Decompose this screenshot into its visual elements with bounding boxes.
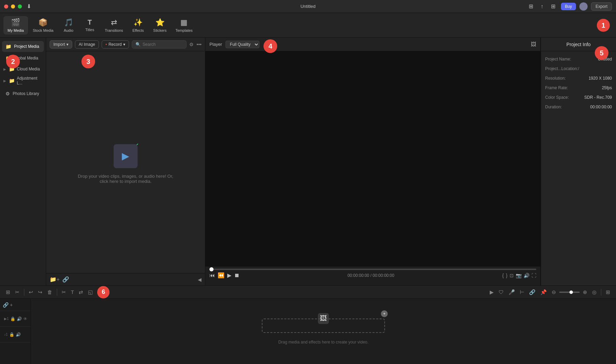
player-screen	[205, 51, 540, 266]
gear-icon: ⚙	[5, 91, 10, 96]
drop-zone[interactable]: ↙ ▶ Drop your video clips, images, or au…	[46, 51, 205, 273]
chevron-down-icon: ▾	[123, 42, 125, 47]
audio-icon[interactable]: 🔊	[17, 316, 22, 321]
search-input[interactable]	[143, 42, 183, 47]
progress-bar[interactable]	[209, 269, 536, 270]
eye-icon[interactable]: 👁	[23, 316, 27, 321]
export-button[interactable]: Export	[591, 2, 612, 11]
sidebar-item-adjustment[interactable]: ▶ 📁 Adjustment L...	[0, 74, 46, 87]
undo-button[interactable]: ↩	[27, 288, 35, 297]
mic-button[interactable]: 🎤	[507, 288, 517, 297]
timeline-content: 🔗 + ▶1 🔒 🔊 👁 ♪1 🔒 🔊	[0, 299, 616, 364]
left-bottom-bar: 📁+ 🔗 ◀	[46, 273, 205, 285]
step2-badge: 2	[6, 55, 20, 68]
timeline-drop-container: 🖼 + Drag media and effects here to creat…	[262, 319, 385, 345]
import-icon-btn[interactable]: ⬇	[25, 2, 33, 10]
redo-button[interactable]: ↪	[36, 288, 44, 297]
sidebar-item-photos-library[interactable]: ⚙ Photos Library	[2, 88, 44, 99]
ai-image-button[interactable]: AI Image	[75, 40, 99, 49]
mark-out-button[interactable]: }	[506, 273, 508, 278]
zoom-slider[interactable]	[559, 292, 580, 293]
stickers-tab[interactable]: ⭐ Stickers	[149, 16, 171, 35]
my-media-tab[interactable]: 🎬 My Media	[3, 16, 28, 35]
folder-link-button[interactable]: 🔗	[62, 276, 69, 283]
lock-icon[interactable]: 🔒	[9, 332, 14, 337]
play-button[interactable]: ▶	[227, 272, 231, 279]
delete-button[interactable]: 🗑	[46, 288, 54, 296]
new-folder-button[interactable]: 📁+	[50, 276, 60, 283]
select-tool-button[interactable]: ⊞	[4, 288, 12, 297]
sidebar-item-project-media[interactable]: 📁 Project Media	[2, 41, 44, 52]
fit-button[interactable]: ◎	[590, 288, 598, 297]
buy-button[interactable]: Buy	[561, 3, 576, 10]
step4-badge: 4	[264, 39, 277, 53]
composite-button[interactable]: ◱	[86, 288, 94, 297]
text-tool-button[interactable]: T	[69, 288, 76, 296]
sidebar: 2 📁 Project Media 📁 Global Media ▶ 📁 Clo…	[0, 38, 46, 285]
transitions-tab[interactable]: ⇄ Transitions	[101, 16, 127, 35]
lock-icon[interactable]: 🔒	[10, 316, 15, 321]
zoom-plus-button[interactable]: ⊕	[581, 288, 589, 297]
marker-button[interactable]: 📌	[539, 288, 549, 297]
more-button[interactable]: •••	[196, 42, 202, 47]
stop-button[interactable]: ⏹	[234, 272, 240, 279]
audio-tab[interactable]: 🎵 Audio	[58, 16, 79, 35]
audio-icon[interactable]: 🔊	[16, 332, 21, 337]
toolbar-divider	[24, 289, 24, 296]
maximize-button[interactable]	[18, 4, 22, 9]
track-controls: 🔗 + ▶1 🔒 🔊 👁 ♪1 🔒 🔊	[0, 299, 31, 364]
filter-button[interactable]: ⚙	[189, 42, 194, 47]
timeline-main[interactable]: 🖼 + Drag media and effects here to creat…	[31, 299, 616, 364]
drop-target[interactable]	[262, 319, 385, 333]
progress-thumb[interactable]	[209, 267, 214, 271]
skip-back-button[interactable]: ⏮	[209, 272, 215, 279]
collapse-panel-button[interactable]: ◀	[198, 277, 202, 282]
grid-view-button[interactable]: ⊞	[604, 288, 612, 297]
volume-button[interactable]: 🔊	[524, 273, 529, 278]
share-icon[interactable]: ↑	[539, 3, 546, 10]
split-button[interactable]: ⊢	[518, 288, 526, 297]
quality-select[interactable]: Full Quality	[226, 41, 259, 48]
blade-tool-button[interactable]: ✂	[13, 288, 21, 297]
effects-tab[interactable]: ✨ Effects	[128, 16, 149, 35]
minimize-button[interactable]	[11, 4, 15, 9]
my-media-icon: 🎬	[11, 18, 20, 27]
grid-icon[interactable]: ⊞	[549, 2, 557, 10]
drop-icon-container: ↙ ▶	[112, 141, 139, 168]
playback-mode-button[interactable]: ▶	[488, 288, 496, 297]
close-button[interactable]	[4, 4, 8, 9]
frame-back-button[interactable]: ⏪	[218, 272, 224, 279]
track-icons: 🔒 🔊 👁	[10, 316, 27, 321]
project-location-row: Project...Location:/	[545, 66, 612, 71]
layout-icon[interactable]: ⊞	[527, 2, 535, 10]
fullscreen-button[interactable]: ⛶	[531, 273, 536, 278]
import-button[interactable]: Import ▾	[50, 40, 72, 49]
toolbar-divider	[57, 289, 57, 296]
project-info-content: Project Name: Untitled Project...Locatio…	[541, 51, 616, 120]
transition-tool-button[interactable]: ⇄	[77, 288, 85, 297]
add-track-button[interactable]: +	[10, 302, 13, 308]
templates-tab[interactable]: ▦ Templates	[171, 16, 197, 35]
time-display: 00:00:00:00 / 00:00:00:00	[347, 273, 394, 278]
plus-icon: +	[381, 310, 388, 317]
folder-icon: 📁	[5, 44, 11, 49]
zoom-minus-button[interactable]: ⊖	[550, 288, 558, 297]
duration-row: Duration: 00:00:00:00	[545, 105, 612, 109]
shield-button[interactable]: 🛡	[497, 288, 505, 296]
link-button[interactable]: 🔗	[3, 302, 9, 308]
record-button[interactable]: ● Record ▾	[102, 40, 129, 49]
player-panel: 4 Player Full Quality 🖼 ⏮ ⏪ ▶ ⏹	[205, 38, 541, 285]
window-title: Untitled	[300, 4, 316, 9]
media-content: 3 Import ▾ AI Image ● Record ▾	[46, 38, 205, 285]
timeline-drop-text: Drag media and effects here to create yo…	[278, 340, 368, 345]
stock-media-tab[interactable]: 📦 Stock Media	[29, 16, 58, 35]
cut-button[interactable]: ✂	[60, 288, 68, 297]
left-panel: 2 📁 Project Media 📁 Global Media ▶ 📁 Clo…	[0, 38, 205, 285]
snapshot-button[interactable]: 📷	[516, 273, 522, 278]
audio-icon: 🎵	[64, 18, 73, 27]
crop-button[interactable]: ⊡	[510, 273, 514, 278]
titles-tab[interactable]: T Titles	[79, 16, 100, 34]
magnet-button[interactable]: 🔗	[527, 288, 537, 297]
frame-rate-row: Frame Rate: 25fps	[545, 85, 612, 90]
mark-in-button[interactable]: {	[502, 273, 504, 278]
